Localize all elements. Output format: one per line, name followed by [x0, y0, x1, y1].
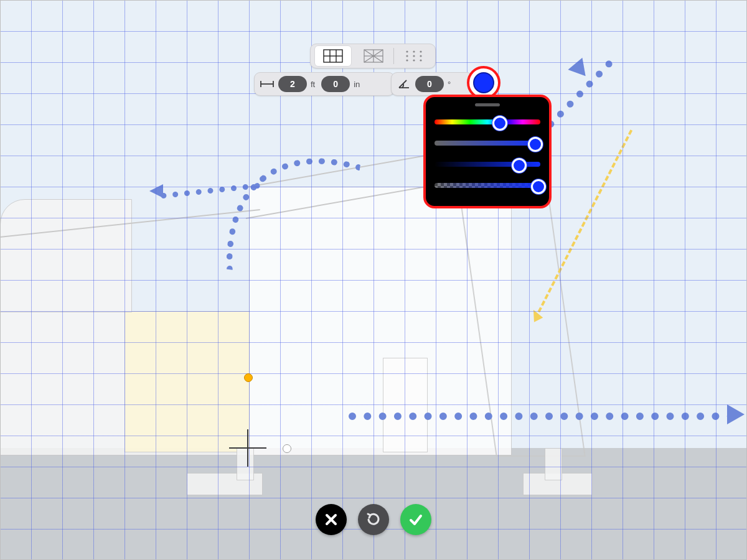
svg-point-9	[406, 50, 408, 52]
color-picker-popover	[423, 95, 552, 208]
action-bar	[316, 504, 431, 535]
dot-grid-icon	[404, 49, 424, 63]
angle-icon	[395, 78, 413, 90]
grid-mode-iso[interactable]	[355, 46, 392, 66]
anchor-point[interactable]	[244, 373, 253, 382]
angle-toolbar: 0 °	[391, 72, 473, 96]
angle-value: 0	[427, 79, 432, 89]
alpha-slider[interactable]	[435, 179, 540, 191]
popover-grabber[interactable]	[475, 103, 500, 106]
airflow-arrowhead-out	[727, 404, 745, 424]
hue-track	[435, 119, 540, 124]
airflow-arrowhead-roof	[149, 184, 163, 198]
confirm-button[interactable]	[400, 504, 431, 535]
svg-point-12	[406, 55, 408, 57]
grid-mode-toolbar	[310, 44, 436, 68]
angle-input[interactable]: 0	[415, 76, 444, 92]
saturation-thumb[interactable]	[528, 137, 543, 152]
close-icon	[323, 511, 339, 528]
length-feet-input[interactable]: 2	[278, 76, 307, 92]
square-grid-icon	[323, 49, 343, 63]
svg-point-16	[413, 59, 415, 61]
brightness-thumb[interactable]	[512, 158, 527, 173]
alpha-thumb[interactable]	[531, 179, 546, 194]
segment-divider	[393, 48, 394, 64]
drag-handle[interactable]	[283, 444, 291, 453]
feet-unit-label: ft	[311, 80, 315, 89]
alpha-track	[435, 183, 540, 188]
dimension-toolbar: 2 ft 0 in	[254, 72, 395, 96]
check-icon	[407, 511, 425, 528]
svg-point-10	[413, 50, 415, 52]
length-inches-value: 0	[333, 79, 338, 89]
svg-point-17	[420, 59, 421, 61]
refresh-icon	[365, 511, 382, 528]
grid-mode-square[interactable]	[314, 45, 352, 67]
svg-point-11	[420, 50, 421, 52]
hue-slider[interactable]	[435, 115, 540, 128]
column-left	[237, 448, 254, 480]
angle-unit-label: °	[448, 80, 451, 89]
saturation-track	[435, 141, 540, 146]
length-feet-value: 2	[290, 79, 295, 89]
svg-point-15	[406, 59, 408, 61]
cancel-button[interactable]	[316, 504, 347, 535]
reset-button[interactable]	[358, 504, 389, 535]
length-inches-input[interactable]: 0	[321, 76, 350, 92]
color-swatch-fill	[473, 72, 494, 93]
inches-unit-label: in	[354, 80, 360, 89]
airflow-arrowhead-up	[568, 55, 591, 77]
brightness-slider[interactable]	[435, 157, 540, 170]
building-upper-left	[0, 199, 132, 312]
saturation-slider[interactable]	[435, 136, 540, 149]
building-panel	[125, 311, 250, 452]
drawing-canvas[interactable]: 2 ft 0 in 0 °	[0, 0, 747, 560]
length-icon	[258, 80, 276, 88]
svg-point-14	[420, 55, 421, 57]
iso-grid-icon	[364, 49, 383, 63]
grid-mode-dots[interactable]	[396, 46, 432, 66]
svg-point-13	[413, 55, 415, 57]
hue-thumb[interactable]	[492, 116, 507, 131]
